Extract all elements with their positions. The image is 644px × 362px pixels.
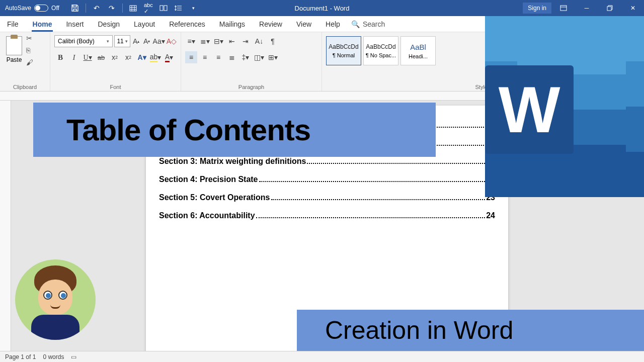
toc-entry: Section 3: Matrix weighting definitions1… bbox=[159, 157, 495, 166]
tab-design[interactable]: Design bbox=[91, 16, 127, 32]
paste-label: Paste bbox=[7, 56, 22, 63]
toc-entry: Section 5: Covert Operations23 bbox=[159, 193, 495, 202]
undo-icon[interactable]: ↶ bbox=[90, 2, 103, 15]
numbering-icon[interactable]: ≣▾ bbox=[199, 35, 211, 47]
spellcheck-icon[interactable]: abc✓ bbox=[142, 2, 155, 15]
group-font: Calibri (Body)▾ 11▾ A▴ A▾ Aa▾ A◇ B I U▾ … bbox=[50, 32, 181, 91]
shading-icon[interactable]: ◫▾ bbox=[253, 51, 265, 63]
paragraph-label: Paragraph bbox=[185, 83, 317, 90]
maximize-icon[interactable] bbox=[599, 0, 621, 16]
minimize-icon[interactable]: ─ bbox=[576, 0, 598, 16]
justify-icon[interactable]: ≣ bbox=[226, 51, 238, 63]
spell-check-icon[interactable]: ▭ bbox=[71, 353, 76, 360]
font-size-selector[interactable]: 11▾ bbox=[114, 35, 130, 47]
close-icon[interactable]: ✕ bbox=[622, 0, 644, 16]
overlay-caption-banner: Creation in Word bbox=[297, 310, 644, 351]
qat-more-icon[interactable]: ▾ bbox=[187, 2, 200, 15]
style-normal[interactable]: AaBbCcDd¶ Normal bbox=[326, 36, 361, 65]
multilevel-icon[interactable]: ⊟▾ bbox=[212, 35, 224, 47]
paste-icon bbox=[6, 36, 22, 55]
clipboard-label: Clipboard bbox=[4, 83, 46, 90]
font-name: Calibri (Body) bbox=[58, 38, 95, 45]
tab-mailings[interactable]: Mailings bbox=[212, 16, 252, 32]
overlay-caption-text: Creation in Word bbox=[325, 316, 513, 345]
title-bar: AutoSave Off ↶ ↷ abc✓ ▾ Document1 - Word… bbox=[0, 0, 644, 16]
highlight-icon[interactable]: ab▾ bbox=[149, 51, 162, 63]
svg-rect-2 bbox=[164, 6, 167, 11]
toc-entry: Section 4: Precision State21 bbox=[159, 175, 495, 184]
word-count[interactable]: 0 words bbox=[43, 353, 64, 360]
cut-icon[interactable]: ✂ bbox=[26, 34, 33, 42]
autosave-state: Off bbox=[51, 5, 59, 12]
toc-entry: Section 6: Accountability24 bbox=[159, 211, 495, 220]
style-nospacing[interactable]: AaBbCcDd¶ No Spac... bbox=[363, 36, 398, 65]
sort-icon[interactable]: A↓ bbox=[253, 35, 265, 47]
avatar-icon bbox=[15, 259, 96, 340]
autosave-toggle[interactable]: AutoSave Off bbox=[0, 5, 64, 12]
read-icon[interactable] bbox=[157, 2, 170, 15]
save-icon[interactable] bbox=[68, 2, 82, 15]
font-color-icon[interactable]: A▾ bbox=[163, 51, 175, 63]
font-selector[interactable]: Calibri (Body)▾ bbox=[54, 35, 113, 47]
align-center-icon[interactable]: ≡ bbox=[199, 51, 211, 63]
decrease-indent-icon[interactable]: ⇤ bbox=[226, 35, 238, 47]
tell-me-search[interactable]: 🔍Search bbox=[351, 20, 385, 28]
bullets-icon[interactable]: ≡▾ bbox=[185, 35, 197, 47]
increase-indent-icon[interactable]: ⇥ bbox=[239, 35, 252, 47]
group-paragraph: ≡▾ ≣▾ ⊟▾ ⇤ ⇥ A↓ ¶ ≡ ≡ ≡ ≣ ‡▾ ◫▾ ⊞▾ Parag… bbox=[181, 32, 322, 91]
align-left-icon[interactable]: ≡ bbox=[185, 51, 197, 63]
format-painter-icon[interactable]: 🖌 bbox=[26, 58, 33, 66]
search-label: Search bbox=[363, 20, 385, 28]
grow-font-icon[interactable]: A▴ bbox=[132, 35, 141, 47]
overlay-title-text: Table of Contents bbox=[66, 113, 310, 147]
svg-rect-3 bbox=[560, 6, 567, 11]
svg-rect-1 bbox=[160, 6, 163, 11]
status-bar: Page 1 of 1 0 words ▭ bbox=[0, 351, 644, 362]
paste-button[interactable]: Paste bbox=[4, 34, 24, 66]
underline-button[interactable]: U▾ bbox=[82, 51, 94, 63]
tab-help[interactable]: Help bbox=[318, 16, 347, 32]
tab-file[interactable]: File bbox=[0, 16, 26, 32]
table-icon[interactable] bbox=[127, 2, 140, 15]
svg-rect-4 bbox=[607, 7, 611, 11]
text-effects-icon[interactable]: A▾ bbox=[136, 51, 148, 63]
copy-icon[interactable]: ⎘ bbox=[26, 46, 33, 54]
group-clipboard: Paste ✂ ⎘ 🖌 Clipboard bbox=[0, 32, 50, 91]
autosave-label: AutoSave bbox=[5, 5, 31, 12]
word-logo-icon: W bbox=[485, 39, 626, 180]
superscript-button[interactable]: x2 bbox=[122, 51, 134, 63]
ribbon-display-icon[interactable] bbox=[552, 0, 575, 16]
borders-icon[interactable]: ⊞▾ bbox=[267, 51, 279, 63]
page-indicator[interactable]: Page 1 of 1 bbox=[5, 353, 36, 360]
font-label: Font bbox=[54, 83, 177, 90]
italic-button[interactable]: I bbox=[68, 51, 80, 63]
line-spacing-icon[interactable]: ‡▾ bbox=[239, 51, 252, 63]
change-case-icon[interactable]: Aa▾ bbox=[153, 35, 165, 47]
strikethrough-button[interactable]: ab bbox=[95, 51, 107, 63]
quick-access-toolbar: ↶ ↷ abc✓ ▾ bbox=[68, 2, 200, 15]
font-size: 11 bbox=[117, 38, 123, 45]
vertical-ruler[interactable] bbox=[0, 101, 11, 351]
tab-review[interactable]: Review bbox=[252, 16, 289, 32]
tab-home[interactable]: Home bbox=[26, 16, 59, 32]
tab-references[interactable]: References bbox=[162, 16, 212, 32]
align-right-icon[interactable]: ≡ bbox=[212, 51, 224, 63]
subscript-button[interactable]: x2 bbox=[109, 51, 121, 63]
overlay-title-banner: Table of Contents bbox=[33, 103, 436, 157]
spacing-icon[interactable] bbox=[172, 2, 185, 15]
search-icon: 🔍 bbox=[351, 20, 360, 28]
redo-icon[interactable]: ↷ bbox=[105, 2, 118, 15]
style-heading1[interactable]: AaBlHeadi... bbox=[400, 36, 436, 65]
tab-insert[interactable]: Insert bbox=[59, 16, 91, 32]
tab-layout[interactable]: Layout bbox=[127, 16, 162, 32]
show-marks-icon[interactable]: ¶ bbox=[267, 35, 279, 47]
tab-view[interactable]: View bbox=[289, 16, 318, 32]
shrink-font-icon[interactable]: A▾ bbox=[142, 35, 151, 47]
document-title: Document1 - Word bbox=[295, 5, 350, 12]
bold-button[interactable]: B bbox=[54, 51, 66, 63]
svg-rect-0 bbox=[130, 6, 136, 11]
sign-in-button[interactable]: Sign in bbox=[523, 3, 551, 14]
toggle-icon bbox=[34, 5, 48, 12]
clear-format-icon[interactable]: A◇ bbox=[167, 35, 177, 47]
